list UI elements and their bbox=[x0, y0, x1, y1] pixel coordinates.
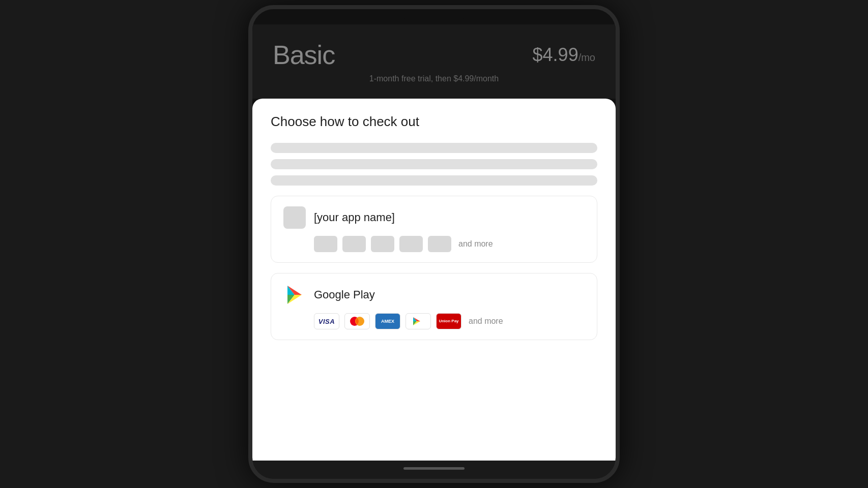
plan-price: $4.99/mo bbox=[533, 44, 595, 66]
skeleton-lines bbox=[271, 143, 597, 186]
phone-frame: Basic $4.99/mo 1-month free trial, then … bbox=[248, 5, 620, 483]
phone-notch bbox=[403, 12, 465, 21]
payment-methods-row-app: and more bbox=[283, 236, 585, 252]
skeleton-line-3 bbox=[271, 175, 597, 186]
checkout-sheet: Choose how to check out [your app name] bbox=[252, 99, 616, 461]
app-badge-1 bbox=[314, 236, 337, 252]
mastercard-badge bbox=[344, 313, 370, 329]
amex-badge: AMEX bbox=[375, 313, 400, 329]
skeleton-line-1 bbox=[271, 143, 597, 153]
phone-screen: Basic $4.99/mo 1-month free trial, then … bbox=[252, 24, 616, 461]
plan-price-amount: $4.99 bbox=[533, 44, 578, 65]
skeleton-line-2 bbox=[271, 159, 597, 169]
google-play-icon bbox=[283, 284, 306, 306]
payment-option-app[interactable]: [your app name] and more bbox=[271, 196, 597, 263]
home-indicator bbox=[403, 467, 465, 470]
payment-option-google-play-name: Google Play bbox=[314, 288, 375, 301]
plan-title-row: Basic $4.99/mo bbox=[273, 40, 595, 70]
app-badge-4 bbox=[399, 236, 423, 252]
payment-option-app-header: [your app name] bbox=[283, 206, 585, 229]
phone-top-bar bbox=[252, 9, 616, 24]
app-and-more: and more bbox=[458, 239, 493, 249]
payment-option-google-play[interactable]: Google Play VISA AMEX bbox=[271, 273, 597, 340]
google-play-badge bbox=[406, 313, 431, 329]
checkout-title: Choose how to check out bbox=[271, 114, 597, 130]
unionpay-badge: Union Pay bbox=[436, 313, 461, 329]
plan-header: Basic $4.99/mo 1-month free trial, then … bbox=[252, 24, 616, 99]
payment-option-app-name: [your app name] bbox=[314, 211, 395, 224]
app-icon-placeholder bbox=[283, 206, 306, 229]
payment-option-google-play-header: Google Play bbox=[283, 284, 585, 306]
app-badge-2 bbox=[342, 236, 366, 252]
plan-name: Basic bbox=[273, 40, 335, 70]
app-badge-5 bbox=[428, 236, 451, 252]
app-badge-3 bbox=[371, 236, 394, 252]
plan-trial-text: 1-month free trial, then $4.99/month bbox=[369, 74, 499, 83]
payment-methods-row-google-play: VISA AMEX bbox=[283, 313, 585, 329]
plan-price-unit: /mo bbox=[578, 52, 595, 63]
visa-badge: VISA bbox=[314, 313, 339, 329]
phone-bottom-bar bbox=[252, 461, 616, 479]
google-play-and-more: and more bbox=[469, 317, 503, 326]
